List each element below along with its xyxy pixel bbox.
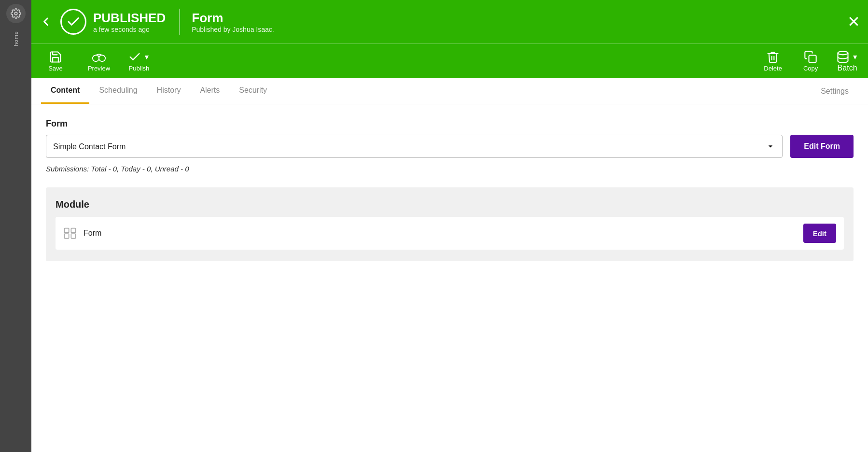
module-item-icon [63,226,77,240]
edit-form-button[interactable]: Edit Form [790,135,854,158]
form-info-subtitle: Published by Joshua Isaac. [192,26,274,33]
batch-icon [836,50,850,64]
module-item: Form Edit [56,217,844,250]
toolbar: Save Preview ▼ Publish [31,43,868,78]
tabs-bar: Content Scheduling History Alerts Securi… [31,78,868,104]
delete-icon [766,50,780,64]
batch-button[interactable]: ▼ Batch [836,50,858,72]
submissions-text: Submissions: Total - 0, Today - 0, Unrea… [46,165,854,173]
published-check-circle [60,9,86,35]
copy-label: Copy [803,65,818,72]
published-text: PUBLISHED a few seconds ago [93,11,166,33]
module-item-label: Form [84,229,803,238]
preview-label: Preview [88,65,110,72]
module-edit-button[interactable]: Edit [803,224,836,243]
close-button[interactable]: ✕ [847,13,860,31]
sidebar-tool-icon[interactable] [6,4,26,23]
delete-button[interactable]: Delete [761,50,785,72]
batch-dropdown-arrow: ▼ [852,53,858,61]
svg-point-0 [14,12,17,15]
copy-icon [804,50,817,64]
form-select-row: Simple Contact Form Edit Form [46,135,854,158]
save-icon [49,50,62,64]
save-label: Save [48,65,63,72]
svg-rect-8 [71,234,75,238]
publish-label: Publish [129,65,150,72]
main-panel: PUBLISHED a few seconds ago Form Publish… [31,0,868,452]
svg-rect-3 [809,56,816,63]
publish-dropdown-arrow: ▼ [143,53,150,61]
published-time: a few seconds ago [93,26,166,33]
tab-content[interactable]: Content [41,78,89,104]
copy-button[interactable]: Copy [798,50,823,72]
content-area: Form Simple Contact Form Edit Form Submi… [31,104,868,452]
tab-alerts[interactable]: Alerts [190,78,229,104]
form-info-title: Form [192,11,274,26]
svg-point-4 [838,51,848,55]
preview-icon [92,50,106,64]
module-section: Module Form Edit [46,187,854,261]
form-info: Form Published by Joshua Isaac. [192,11,274,33]
svg-rect-6 [71,228,75,233]
svg-rect-7 [64,234,69,238]
published-title: PUBLISHED [93,11,166,26]
tab-settings[interactable]: Settings [811,79,858,103]
publish-icon [128,50,141,64]
published-banner: PUBLISHED a few seconds ago Form Publish… [31,0,868,43]
form-select[interactable]: Simple Contact Form [46,135,783,158]
publish-button[interactable]: ▼ Publish [128,50,150,72]
tab-history[interactable]: History [147,78,191,104]
back-button[interactable] [39,15,53,28]
batch-label: Batch [838,64,857,72]
sidebar: home [0,0,31,452]
delete-label: Delete [764,65,782,72]
form-section-label: Form [46,119,854,129]
sidebar-home-label: home [13,31,19,46]
preview-button[interactable]: Preview [84,50,113,72]
module-title: Module [56,199,844,210]
tab-scheduling[interactable]: Scheduling [89,78,147,104]
published-status: PUBLISHED a few seconds ago [60,9,180,35]
save-button[interactable]: Save [41,50,70,72]
svg-rect-5 [64,228,69,233]
toolbar-right: Delete Copy [747,50,858,72]
tab-security[interactable]: Security [229,78,277,104]
